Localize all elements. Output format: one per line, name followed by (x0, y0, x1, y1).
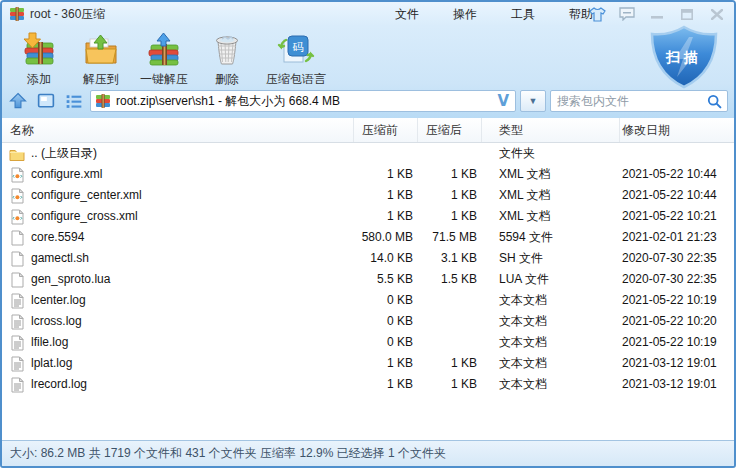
toolbar: 添加 解压到 (2, 26, 734, 88)
file-type-icon (9, 272, 25, 288)
search-icon[interactable] (707, 94, 722, 109)
search-box (550, 90, 728, 112)
file-type-icon (9, 230, 25, 246)
file-type-icon (9, 251, 25, 267)
table-row[interactable]: lrecord.log 1 KB 1 KB 文本文档 2021-03-12 19… (2, 374, 734, 395)
modified-date-cell: 2021-05-22 10:19 (620, 332, 734, 353)
table-row[interactable]: configure.xml 1 KB 1 KB XML 文档 2021-05-2… (2, 164, 734, 185)
file-type-cell: 5594 文件 (482, 227, 620, 248)
size-after-cell: 1 KB (418, 164, 482, 185)
modified-date-cell: 2020-07-30 22:35 (620, 269, 734, 290)
maximize-button[interactable] (672, 3, 702, 25)
address-bar[interactable]: root.zip\server\sh1 - 解包大小为 668.4 MB V (90, 90, 516, 112)
size-after-cell: 1 KB (418, 185, 482, 206)
column-header-packed-before[interactable]: 压缩前 (354, 118, 418, 142)
window-controls (582, 2, 732, 26)
scan-shield-button[interactable]: 扫描 (646, 25, 722, 89)
file-name-cell: lcenter.log (31, 290, 86, 311)
list-view-icon[interactable] (62, 90, 86, 112)
table-row[interactable]: configure_center.xml 1 KB 1 KB XML 文档 20… (2, 185, 734, 206)
file-type-cell: 文件夹 (482, 143, 620, 164)
window-chrome: root - 360压缩 文件 操作 工具 帮助 (2, 2, 734, 118)
table-row[interactable]: lplat.log 1 KB 1 KB 文本文档 2021-03-12 19:0… (2, 353, 734, 374)
column-header-modified-date[interactable]: 修改日期 (620, 118, 734, 142)
table-row[interactable]: gen_sproto.lua 5.5 KB 1.5 KB LUA 文件 2020… (2, 269, 734, 290)
size-after-cell: 1.5 KB (418, 269, 482, 290)
size-before-cell: 1 KB (354, 185, 418, 206)
size-before-cell: 0 KB (354, 332, 418, 353)
address-dropdown-button[interactable]: ▼ (520, 90, 546, 112)
file-name-cell: lcross.log (31, 311, 82, 332)
modified-date-cell: 2021-05-22 10:19 (620, 290, 734, 311)
file-type-cell: XML 文档 (482, 164, 620, 185)
file-type-cell: SH 文件 (482, 248, 620, 269)
skin-tshirt-icon[interactable] (582, 3, 612, 25)
title-bar: root - 360压缩 文件 操作 工具 帮助 (2, 2, 734, 26)
table-row[interactable]: lcross.log 0 KB 文本文档 2021-05-22 10:20 (2, 311, 734, 332)
delete-button[interactable]: 删除 (196, 28, 258, 90)
file-type-cell: XML 文档 (482, 206, 620, 227)
feedback-icon[interactable] (612, 3, 642, 25)
view-mode-icon[interactable] (34, 90, 58, 112)
search-input[interactable] (551, 92, 703, 110)
address-v-icon[interactable]: V (497, 92, 511, 110)
column-header-name[interactable]: 名称 (2, 118, 354, 142)
size-after-cell: 1 KB (418, 206, 482, 227)
menu-file[interactable]: 文件 (378, 2, 436, 26)
archive-language-button-label: 压缩包语言 (266, 71, 326, 88)
column-header-type[interactable]: 类型 (482, 118, 620, 142)
size-before-cell: 1 KB (354, 353, 418, 374)
file-name-cell: configure_cross.xml (31, 206, 138, 227)
table-row[interactable]: lcenter.log 0 KB 文本文档 2021-05-22 10:19 (2, 290, 734, 311)
file-name-cell: core.5594 (31, 227, 84, 248)
up-directory-icon[interactable] (6, 90, 30, 112)
column-header-packed-after[interactable]: 压缩后 (418, 118, 482, 142)
modified-date-cell: 2021-05-22 10:20 (620, 311, 734, 332)
menu-actions[interactable]: 操作 (436, 2, 494, 26)
svg-text:码: 码 (293, 41, 304, 54)
app-archive-icon (9, 6, 25, 22)
size-before-cell: 0 KB (354, 311, 418, 332)
file-name-cell: gen_sproto.lua (31, 269, 110, 290)
modified-date-cell: 2021-05-22 10:21 (620, 206, 734, 227)
modified-date-cell: 2021-02-01 21:23 (620, 227, 734, 248)
table-row[interactable]: core.5594 580.0 MB 71.5 MB 5594 文件 2021-… (2, 227, 734, 248)
file-type-cell: XML 文档 (482, 185, 620, 206)
file-type-icon (9, 335, 25, 351)
file-name-cell: configure_center.xml (31, 185, 142, 206)
one-click-extract-button[interactable]: 一键解压 (132, 28, 196, 90)
size-after-cell: 71.5 MB (418, 227, 482, 248)
file-type-icon (9, 146, 25, 162)
close-button[interactable] (702, 3, 732, 25)
size-before-cell: 1 KB (354, 206, 418, 227)
table-row[interactable]: .. (上级目录) 文件夹 (2, 143, 734, 164)
file-type-icon (9, 293, 25, 309)
delete-button-label: 删除 (215, 71, 239, 88)
add-archive-icon (19, 30, 59, 70)
archive-language-button[interactable]: 码 压缩包语言 (258, 28, 334, 90)
menu-tools[interactable]: 工具 (494, 2, 552, 26)
address-archive-icon (95, 93, 111, 109)
add-button[interactable]: 添加 (8, 28, 70, 90)
table-row[interactable]: configure_cross.xml 1 KB 1 KB XML 文档 202… (2, 206, 734, 227)
column-header-row: 名称 压缩前 压缩后 类型 修改日期 (2, 118, 734, 143)
file-name-cell: lfile.log (31, 332, 68, 353)
file-list-body: .. (上级目录) 文件夹 configure.xml 1 KB 1 KB XM… (2, 143, 734, 440)
file-type-icon (9, 188, 25, 204)
table-row[interactable]: lfile.log 0 KB 文本文档 2021-05-22 10:19 (2, 332, 734, 353)
file-name-cell: lrecord.log (31, 374, 87, 395)
size-after-cell: 1 KB (418, 374, 482, 395)
modified-date-cell: 2021-05-22 10:44 (620, 164, 734, 185)
one-click-extract-button-label: 一键解压 (140, 71, 188, 88)
file-type-icon (9, 314, 25, 330)
minimize-button[interactable] (642, 3, 672, 25)
extract-to-button[interactable]: 解压到 (70, 28, 132, 90)
file-name-cell: .. (上级目录) (31, 143, 97, 164)
file-name-cell: gamectl.sh (31, 248, 89, 269)
window-title: root - 360压缩 (30, 6, 105, 23)
file-type-icon (9, 377, 25, 393)
size-before-cell: 5.5 KB (354, 269, 418, 290)
status-text: 大小: 86.2 MB 共 1719 个文件和 431 个文件夹 压缩率 12.… (10, 446, 446, 460)
file-type-cell: 文本文档 (482, 353, 620, 374)
table-row[interactable]: gamectl.sh 14.0 KB 3.1 KB SH 文件 2020-07-… (2, 248, 734, 269)
